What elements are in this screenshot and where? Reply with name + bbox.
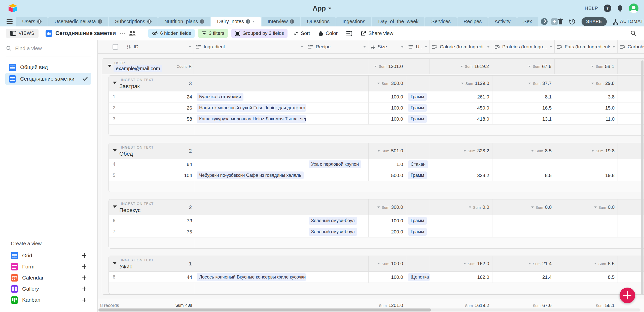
column-header-id[interactable]: 12 ID: [98, 40, 194, 53]
tab-sex[interactable]: Sex: [517, 17, 538, 26]
group-sum-size[interactable]: Sum1201.0: [374, 64, 406, 69]
footer-sum-fats[interactable]: Sum58.1: [596, 303, 618, 308]
cell-proteins[interactable]: 16.5: [492, 102, 555, 113]
plus-icon[interactable]: [82, 275, 86, 280]
column-header-unit[interactable]: U...: [406, 40, 430, 53]
share-button[interactable]: SHARE: [582, 17, 607, 26]
cell-id[interactable]: 73: [187, 218, 192, 224]
group-sum-fats[interactable]: Sum58.1: [591, 64, 617, 69]
create-calendar-view[interactable]: Calendar: [0, 272, 97, 283]
bell-icon[interactable]: [617, 5, 623, 12]
horizontal-scrollbar-thumb[interactable]: [98, 308, 431, 311]
recipe-chip[interactable]: Зелёный смузи-боул: [309, 228, 357, 236]
unit-chip[interactable]: Грамм: [408, 93, 427, 101]
cell-proteins[interactable]: 13.1: [492, 114, 555, 124]
cell-fats[interactable]: 8.5: [555, 272, 618, 283]
help-question-icon[interactable]: ?: [604, 5, 611, 12]
tabs-scroll-right-icon[interactable]: [541, 18, 548, 25]
column-header-carbohydrates[interactable]: Carbohy: [618, 40, 644, 53]
subgroup-sum-proteins[interactable]: Sum37.7: [528, 81, 555, 86]
cell-size[interactable]: 100.0: [369, 102, 406, 113]
sort-button[interactable]: Sort: [291, 29, 313, 38]
ingredient-chip[interactable]: Каша кукуруза молочная Heinz Лакомая Тык…: [197, 115, 306, 123]
collapse-group-icon[interactable]: [108, 65, 112, 67]
subgroup-sum-proteins[interactable]: Sum8.5: [531, 148, 555, 154]
column-header-size[interactable]: Size: [368, 40, 406, 53]
tab-interview[interactable]: Interview: [262, 17, 300, 26]
cell-size[interactable]: 200.0: [369, 226, 406, 237]
subgroup-sum-calorie[interactable]: Sum328.2: [463, 148, 492, 154]
cell-fats[interactable]: 11.0: [555, 114, 618, 124]
create-grid-view[interactable]: Grid: [0, 250, 97, 261]
horizontal-scrollbar[interactable]: [98, 308, 640, 311]
cell-id[interactable]: 58: [187, 116, 192, 122]
caret-down-icon[interactable]: [425, 46, 427, 48]
cell-size[interactable]: 500.0: [369, 170, 406, 181]
filters-button[interactable]: 3 filters: [198, 29, 228, 38]
subgroup-sum-calorie[interactable]: Sum1129.0: [461, 81, 492, 86]
add-record-fab-button[interactable]: [620, 288, 635, 303]
unit-chip[interactable]: Грамм: [408, 171, 427, 179]
cell-id[interactable]: 24: [187, 94, 192, 100]
cell-fats[interactable]: 15.0: [555, 102, 618, 113]
group-value-chip[interactable]: example@mail.com: [114, 65, 162, 72]
column-header-ingradient[interactable]: Ingradient: [194, 40, 306, 53]
collapse-group-icon[interactable]: [113, 149, 117, 152]
subgroup-sum-calorie[interactable]: Sum0.0: [469, 204, 492, 210]
plus-icon[interactable]: [82, 264, 86, 269]
subgroup-sum-size[interactable]: Sum300.0: [377, 81, 406, 86]
table-row[interactable]: 844 Лосось копченый Вкусные консервы фил…: [109, 272, 644, 283]
cell-fats[interactable]: 3.8: [555, 91, 618, 102]
info-icon[interactable]: [246, 19, 250, 24]
footer-sum-proteins[interactable]: Sum67.6: [533, 303, 555, 308]
unit-chip[interactable]: Стакан: [408, 160, 428, 168]
find-view-input[interactable]: [15, 45, 78, 51]
add-record-strip[interactable]: [109, 237, 644, 248]
hidden-fields-button[interactable]: 6 hidden fields: [148, 29, 195, 38]
recipe-chip[interactable]: Зелёный смузи-боул: [309, 217, 357, 225]
caret-down-icon[interactable]: [301, 46, 303, 48]
history-icon[interactable]: [569, 18, 576, 25]
view-item-obshchiy-vid[interactable]: Общий вид: [5, 61, 91, 73]
info-icon[interactable]: [37, 19, 42, 24]
column-header-recipe[interactable]: Recipe: [306, 40, 368, 53]
tab-recipes[interactable]: Recipes: [457, 17, 488, 26]
plus-icon[interactable]: [82, 298, 86, 302]
subgroup-sum-size[interactable]: Sum501.0: [377, 148, 406, 154]
avatar[interactable]: [629, 4, 638, 13]
select-all-checkbox[interactable]: [113, 44, 118, 50]
cell-calorie[interactable]: 162.0: [430, 272, 492, 283]
caret-down-icon[interactable]: [487, 46, 490, 48]
row-height-button[interactable]: [344, 29, 355, 38]
cell-id[interactable]: 84: [187, 162, 192, 167]
view-menu-dots-icon[interactable]: [120, 33, 125, 34]
cell-proteins[interactable]: 8.5: [492, 170, 555, 181]
app-title-wrap[interactable]: App: [0, 0, 644, 17]
ingredient-chip[interactable]: Чебуреки по-узбекски Сафа из говядины ха…: [197, 171, 304, 179]
tab-ingestions[interactable]: Ingestions: [336, 17, 371, 26]
group-sum-calorie[interactable]: Sum1619.2: [460, 64, 492, 69]
subgroup-sum-size[interactable]: Sum300.0: [377, 204, 406, 210]
unit-chip[interactable]: Щепотка: [408, 273, 430, 281]
cell-calorie[interactable]: 418.0: [430, 114, 492, 124]
info-icon[interactable]: [98, 19, 102, 24]
view-item-segodnyashnie-zametki[interactable]: Сегодняшние заметки: [5, 73, 91, 85]
create-gallery-view[interactable]: Gallery: [0, 283, 97, 294]
tab-dairy-notes[interactable]: Dairy_notes: [211, 17, 261, 26]
cell-calorie[interactable]: 450.0: [430, 102, 492, 113]
cell-fats[interactable]: 19.8: [555, 170, 618, 181]
table-row[interactable]: 775 Зелёный смузи-боул 200.0 Грамм: [109, 226, 644, 237]
cell-id[interactable]: 75: [187, 229, 192, 235]
cell-size[interactable]: 1.0: [369, 159, 406, 170]
caret-down-icon[interactable]: [252, 21, 255, 22]
caret-down-icon[interactable]: [363, 46, 366, 48]
tab-questions[interactable]: Questions: [301, 17, 336, 26]
footer-sum-calorie[interactable]: Sum1619.2: [465, 303, 492, 308]
view-title[interactable]: Сегодняшние заметки: [55, 30, 116, 37]
plus-icon[interactable]: [82, 287, 86, 291]
automations-button[interactable]: AUTOMATIONS: [613, 19, 644, 25]
cell-id[interactable]: 26: [187, 105, 192, 111]
unit-chip[interactable]: Грамм: [408, 104, 427, 112]
cell-size[interactable]: 100.0: [369, 215, 406, 226]
column-header-calorie[interactable]: Calorie (from Ingredi...: [430, 40, 492, 53]
